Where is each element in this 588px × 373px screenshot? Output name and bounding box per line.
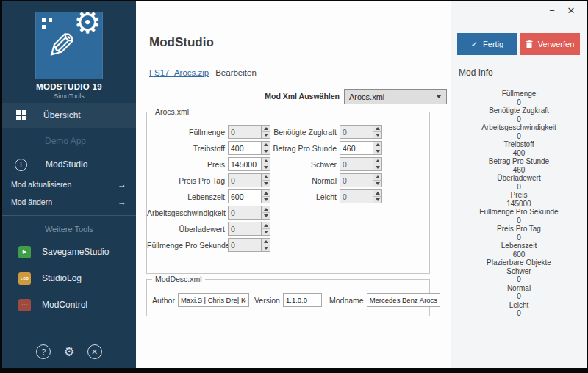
sidebar-item-mod-aendern[interactable]: Mod ändern →: [2, 194, 136, 210]
file-link[interactable]: FS17_Arocs.zip: [149, 68, 209, 77]
field-label: Preis: [147, 160, 225, 169]
field-benoetigte-zugkraft: Benötigte Zugkraft: [268, 125, 382, 139]
app-window: ✎ ⚙ MODSTUDIO 19 SimuTools Übersicht Dem…: [0, 0, 588, 373]
discard-button[interactable]: Verwerfen: [520, 33, 580, 55]
field-label: Preis Pro Tag: [147, 176, 225, 185]
mod-info-line: Treibstoff: [454, 140, 584, 149]
field-label: Füllmenge: [147, 128, 225, 137]
spinner-up-icon: [373, 190, 381, 196]
number-input[interactable]: [228, 141, 261, 155]
arocs-left-column: Füllmenge Treibstoff Preis: [147, 125, 270, 254]
author-field[interactable]: [178, 293, 249, 307]
number-input: [228, 222, 261, 236]
number-spinner: [340, 173, 382, 187]
spinner-up-icon: [262, 206, 270, 212]
field-schwer: Schwer: [268, 157, 382, 171]
xml-select-dropdown[interactable]: Arocs.xml: [344, 89, 447, 104]
window-controls: − ✕: [542, 3, 581, 18]
mod-info-line: 145000: [454, 200, 584, 209]
qr-dots-icon: [42, 18, 46, 22]
field-fuellmenge: Füllmenge: [147, 125, 270, 139]
file-action-label: Bearbeiten: [215, 68, 257, 77]
finish-button[interactable]: ✓ Fertig: [457, 33, 517, 55]
spinner-buttons: [261, 238, 270, 252]
xml-select-label: Mod Xml Auswählen: [136, 92, 340, 101]
sidebar-item-studiolog[interactable]: LOG StudioLog: [2, 266, 136, 291]
field-betrag-pro-stunde: Betrag Pro Stunde: [268, 141, 382, 155]
moddesc-groupbox: ModDesc.xml Author Version Modname: [146, 279, 430, 316]
xml-select-value: Arocs.xml: [349, 93, 384, 101]
field-label: Füllmenge Pro Sekunde: [147, 241, 225, 250]
number-input: [340, 157, 373, 171]
spinner-up-icon: [262, 222, 270, 228]
sidebar-item-uebersicht[interactable]: Übersicht: [2, 103, 136, 128]
sidebar-item-label: SavegameStudio: [42, 247, 109, 257]
mod-info-line: Leicht: [454, 301, 584, 310]
field-label: Treibstoff: [147, 144, 225, 153]
spinner-down-icon: [373, 164, 381, 170]
number-input: [228, 173, 261, 187]
file-row: FS17_Arocs.zipBearbeiten: [149, 68, 257, 77]
sidebar-item-demo-app: Demo App: [2, 132, 136, 150]
mod-info-line: Benötigte Zugkraft: [454, 106, 584, 115]
sidebar-item-modcontrol[interactable]: ⋯ ModControl: [2, 292, 136, 317]
sidebar-item-mod-aktualisieren[interactable]: Mod aktualisieren →: [2, 176, 136, 192]
number-input: [340, 125, 373, 139]
sidebar-item-savegamestudio[interactable]: ▶ SavegameStudio: [2, 239, 136, 264]
spinner-down-icon: [373, 180, 381, 186]
field-label: Benötigte Zugkraft: [268, 128, 337, 137]
number-spinner: [228, 173, 270, 187]
number-input[interactable]: [228, 189, 261, 203]
spinner-up-icon: [373, 174, 381, 180]
mod-info-line: Füllmenge Pro Sekunde: [454, 208, 584, 217]
mod-info-line: Füllmenge: [454, 90, 584, 98]
minimize-button[interactable]: −: [542, 3, 562, 18]
mod-info-line: 400: [454, 149, 584, 158]
sidebar: ✎ ⚙ MODSTUDIO 19 SimuTools Übersicht Dem…: [2, 1, 136, 368]
sidebar-item-modstudio[interactable]: + ModStudio: [2, 153, 136, 176]
spinner-buttons: [373, 125, 382, 139]
help-button[interactable]: ?: [36, 344, 51, 359]
modname-field[interactable]: [367, 293, 440, 307]
close-icon: ✕: [91, 347, 98, 357]
number-spinner: [228, 157, 270, 171]
field-label: Betrag Pro Stunde: [268, 144, 337, 153]
studiolog-icon: LOG: [18, 272, 31, 285]
brand-title: MODSTUDIO 19: [2, 82, 136, 91]
number-spinner: [340, 141, 382, 155]
number-spinner: [228, 125, 270, 139]
spinner-up-icon: [373, 158, 381, 164]
mod-info-line: Betrag Pro Stunde: [454, 157, 584, 166]
section-label: Weitere Tools: [45, 225, 93, 233]
number-spinner: [228, 141, 270, 155]
right-panel: − ✕ ✓ Fertig Verwerfen Mod Info Füllmeng…: [451, 1, 587, 368]
spinner-up-icon[interactable]: [373, 142, 381, 148]
pencil-icon: ✎: [42, 30, 77, 59]
sidebar-item-label: Demo App: [45, 136, 86, 146]
spinner-down-icon[interactable]: [373, 148, 381, 154]
mod-info-line: Preis: [454, 191, 584, 200]
field-leicht: Leicht: [268, 189, 382, 203]
version-field[interactable]: [283, 293, 322, 307]
mod-info-line: Arbeitsgeschwindigkeit: [454, 123, 584, 132]
action-buttons: ✓ Fertig Verwerfen: [457, 33, 580, 55]
settings-button[interactable]: ⚙: [63, 346, 74, 358]
app-logo: ✎ ⚙: [35, 12, 103, 79]
field-preis: Preis: [147, 157, 270, 171]
number-input[interactable]: [228, 157, 261, 171]
trash-icon: [526, 40, 533, 48]
exit-button[interactable]: ✕: [87, 344, 102, 359]
field-fuellmenge-pro-sekunde: Füllmenge Pro Sekunde: [147, 238, 270, 252]
spinner-up-icon: [262, 239, 270, 245]
discard-button-label: Verwerfen: [538, 40, 575, 48]
arocs-groupbox: Arocs.xml Füllmenge Treibstoff: [146, 112, 430, 274]
number-spinner: [228, 238, 270, 252]
mod-info-line: Plazierbare Objekte: [454, 258, 584, 267]
groupbox-title: ModDesc.xml: [152, 275, 205, 283]
modcontrol-icon: ⋯: [18, 299, 31, 311]
number-input[interactable]: [340, 141, 373, 155]
spinner-down-icon: [373, 196, 381, 203]
close-button[interactable]: ✕: [562, 3, 581, 18]
author-label: Author: [152, 296, 175, 305]
modname-label: Modname: [329, 296, 364, 305]
